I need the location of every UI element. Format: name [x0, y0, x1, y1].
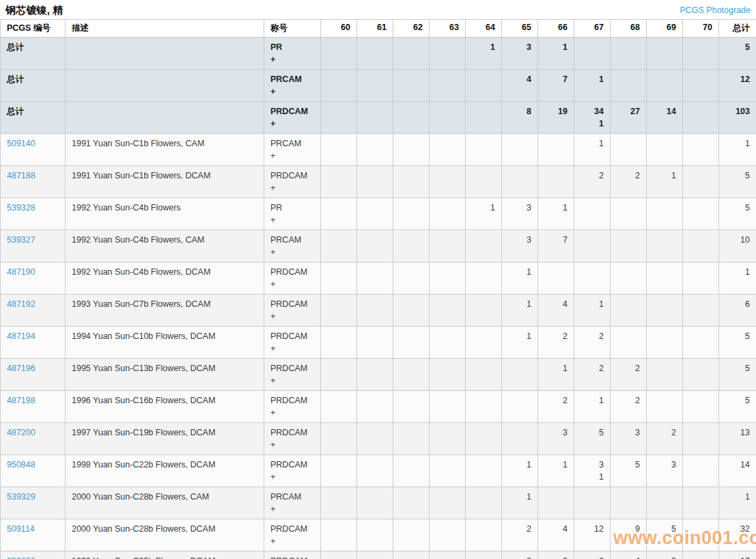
pcgs-number-link[interactable]: 487200 [7, 428, 36, 437]
grade-count-cell [647, 38, 683, 70]
grade-count-cell [647, 70, 683, 102]
pcgs-number-link[interactable]: 950850 [7, 556, 36, 559]
pcgs-number-link[interactable]: 539328 [7, 203, 36, 213]
row-total-cell: 17 [719, 551, 756, 559]
grade-count-cell [538, 134, 574, 166]
pcgs-number-link[interactable]: 487194 [7, 331, 36, 341]
grade-count-cell [430, 359, 466, 391]
grade-count-cell: 3 [647, 551, 683, 559]
pcgs-number-link[interactable]: 509114 [7, 524, 35, 534]
table-row: 4871961995 Yuan Sun-C13b Flowers, DCAMPR… [1, 359, 756, 391]
grade-count-cell [538, 262, 574, 295]
pcgs-number-link[interactable]: 487188 [7, 171, 36, 180]
pcgs-number-link[interactable]: 487196 [7, 364, 36, 373]
grade-count-cell: 1 [574, 295, 611, 327]
top-bar: 钢芯镀镍, 精 PCGS Photograde [0, 0, 756, 19]
designation-cell: PRDCAM + [264, 295, 321, 327]
column-header: 70 [683, 20, 719, 38]
grade-count-cell [574, 38, 611, 70]
grade-count-cell: 3 [502, 230, 538, 262]
designation-cell: PR + [264, 198, 321, 230]
pcgs-number-cell: 487198 [1, 391, 66, 423]
grade-count-cell: 8 [502, 102, 538, 134]
grade-count-cell: 1 [502, 262, 538, 295]
grade-count-cell [393, 262, 430, 295]
row-total-cell: 5 [719, 38, 756, 70]
grade-count-cell: 4 [611, 551, 647, 559]
pcgs-number-cell: 509140 [1, 134, 66, 166]
pcgs-number-link[interactable]: 539329 [7, 492, 36, 502]
grade-count-cell: 1 [502, 487, 538, 519]
pcgs-number-cell: 950848 [1, 455, 66, 487]
grade-count-cell [321, 487, 357, 519]
pcgs-number-link[interactable]: 950848 [7, 460, 36, 469]
grade-count-cell [647, 487, 683, 519]
pcgs-number-cell: 487196 [1, 359, 66, 391]
grade-count-cell [321, 455, 357, 487]
pcgs-number-cell: 487200 [1, 423, 66, 455]
grade-count-cell: 2 [611, 359, 647, 391]
grade-count-cell [683, 455, 719, 487]
pcgs-number-link[interactable]: 487192 [7, 299, 36, 309]
grade-count-cell [357, 70, 393, 102]
grade-count-cell [430, 134, 466, 166]
grade-count-cell: 2 [574, 166, 611, 198]
designation-cell: PRCAM + [264, 134, 321, 166]
column-header: 总计 [719, 20, 756, 38]
grade-count-cell [430, 230, 466, 262]
total-row: 总计PRDCAM +81934 12714103 [1, 102, 756, 134]
grade-count-cell: 2 [574, 327, 611, 359]
grade-count-cell [683, 359, 719, 391]
grade-count-cell [611, 487, 647, 519]
total-label-cell: 总计 [1, 70, 66, 102]
grade-count-cell [393, 134, 430, 166]
grade-count-cell [393, 551, 430, 559]
grade-count-cell [611, 198, 647, 230]
grade-count-cell: 19 [538, 102, 574, 134]
grade-count-cell [393, 70, 430, 102]
pcgs-number-cell: 950850 [1, 551, 66, 559]
description-cell: 1992 Yuan Sun-C4b Flowers, DCAM [66, 262, 264, 295]
column-header: PCGS 编号 [1, 20, 66, 38]
grade-count-cell: 1 [502, 455, 538, 487]
column-header: 61 [357, 20, 393, 38]
grade-count-cell [357, 198, 393, 230]
grade-count-cell [683, 391, 719, 423]
total-label-cell: 总计 [1, 38, 66, 70]
grade-count-cell [466, 391, 502, 423]
photograde-link[interactable]: PCGS Photograde [680, 5, 751, 15]
pcgs-number-link[interactable]: 509140 [7, 139, 36, 148]
grade-count-cell: 2 [538, 391, 574, 423]
grade-count-cell [357, 102, 393, 134]
designation-cell: PRDCAM + [264, 327, 321, 359]
grade-count-cell: 1 [574, 391, 611, 423]
grade-count-cell [321, 102, 357, 134]
grade-count-cell [430, 327, 466, 359]
grade-count-cell [393, 102, 430, 134]
grade-count-cell [683, 70, 719, 102]
pcgs-number-link[interactable]: 539327 [7, 235, 36, 245]
grade-count-cell [430, 166, 466, 198]
pcgs-number-cell: 487192 [1, 295, 66, 327]
grade-count-cell: 1 [538, 198, 574, 230]
description-cell: 1995 Yuan Sun-C13b Flowers, DCAM [66, 359, 264, 391]
pcgs-number-link[interactable]: 487190 [7, 267, 36, 277]
grade-count-cell [393, 166, 430, 198]
row-total-cell: 1 [719, 487, 756, 519]
grade-count-cell [430, 551, 466, 559]
grade-count-cell [430, 70, 466, 102]
grade-count-cell [683, 230, 719, 262]
grade-count-cell [683, 519, 719, 551]
description-cell: 1999 Yuan Sun-C25b Flowers, DCAM [66, 551, 264, 559]
grade-count-cell: 3 [502, 38, 538, 70]
grade-count-cell [683, 262, 719, 295]
pcgs-number-link[interactable]: 487198 [7, 396, 36, 405]
grade-count-cell: 1 [502, 327, 538, 359]
grade-count-cell: 2 [611, 391, 647, 423]
total-row: 总计PR +1315 [1, 38, 756, 70]
grade-count-cell [611, 230, 647, 262]
grade-count-cell [357, 423, 393, 455]
grade-count-cell [466, 70, 502, 102]
grade-count-cell [321, 230, 357, 262]
column-header: 62 [393, 20, 430, 38]
